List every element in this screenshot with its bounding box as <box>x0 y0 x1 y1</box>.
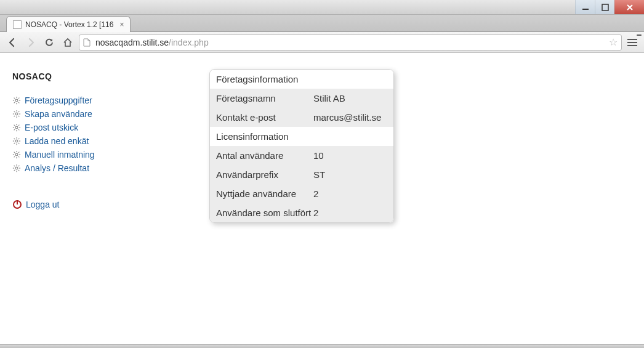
info-value: 2 <box>313 188 387 199</box>
close-icon <box>626 4 634 11</box>
info-row: AnvändarprefixST <box>210 165 393 184</box>
panel-section-header: Företagsinformation <box>210 70 393 89</box>
svg-line-25 <box>14 125 15 126</box>
svg-line-17 <box>18 116 20 117</box>
svg-line-55 <box>14 170 15 171</box>
svg-point-38 <box>15 153 18 156</box>
svg-point-2 <box>15 99 18 102</box>
info-label: Användare som slutfört <box>216 208 313 218</box>
svg-line-26 <box>18 129 20 131</box>
info-label: Företagsnamn <box>216 93 313 103</box>
svg-line-37 <box>14 143 15 144</box>
svg-line-28 <box>14 129 15 131</box>
svg-line-19 <box>14 116 15 117</box>
info-value: 2 <box>313 208 387 218</box>
sidebar: NOSACQ FöretagsuppgifterSkapa användareE… <box>12 71 209 223</box>
info-value: Stilit AB <box>313 93 387 103</box>
window-minimize-button[interactable] <box>575 0 595 14</box>
info-row: Användare som slutfört2 <box>210 203 393 222</box>
window-bottom-border <box>0 344 644 348</box>
section-title: Licensinformation <box>216 131 387 142</box>
sidebar-item: Analys / Resultat <box>12 161 209 175</box>
svg-rect-1 <box>602 4 608 10</box>
info-value: ST <box>313 169 387 180</box>
svg-line-27 <box>18 125 20 126</box>
svg-line-54 <box>18 166 20 167</box>
sidebar-item: Företagsuppgifter <box>12 94 209 107</box>
info-panel: Företagsinformation FöretagsnamnStilit A… <box>209 69 394 223</box>
reload-button[interactable] <box>42 35 57 50</box>
tab-close-button[interactable]: × <box>119 20 124 29</box>
hamburger-icon <box>627 39 637 40</box>
svg-rect-0 <box>582 9 589 10</box>
arrow-left-icon <box>7 37 18 48</box>
sidebar-link[interactable]: Företagsuppgifter <box>25 95 92 105</box>
notification-badge-icon <box>637 34 642 36</box>
info-row: Kontakt e-postmarcus@stilit.se <box>210 108 393 127</box>
page-icon <box>83 38 92 47</box>
logout-link[interactable]: Logga ut <box>26 200 60 209</box>
sidebar-link[interactable]: Ladda ned enkät <box>25 136 89 146</box>
svg-line-44 <box>18 156 20 158</box>
info-row: FöretagsnamnStilit AB <box>210 89 393 108</box>
logout-section: Logga ut <box>12 200 209 209</box>
svg-line-9 <box>18 98 20 99</box>
minimize-icon <box>582 4 589 11</box>
svg-line-35 <box>18 143 20 144</box>
browser-menu-button[interactable] <box>626 36 639 49</box>
gear-icon <box>12 137 21 145</box>
svg-line-45 <box>18 152 20 153</box>
window-maximize-button[interactable] <box>595 0 614 14</box>
svg-line-7 <box>14 98 15 99</box>
page-content: NOSACQ FöretagsuppgifterSkapa användareE… <box>0 53 644 235</box>
sidebar-link[interactable]: Analys / Resultat <box>25 163 89 173</box>
svg-line-16 <box>14 111 15 113</box>
svg-point-20 <box>15 126 18 129</box>
svg-line-43 <box>14 152 15 153</box>
info-label: Användarprefix <box>216 169 313 180</box>
gear-icon <box>12 96 21 105</box>
svg-line-8 <box>18 102 20 103</box>
info-label: Kontakt e-post <box>216 112 313 123</box>
url-host: nosacqadm.stilit.se <box>95 38 169 47</box>
info-row: Antal användare10 <box>210 146 393 165</box>
power-icon <box>12 200 22 209</box>
browser-tab[interactable]: NOSACQ - Vortex 1.2 [116 × <box>6 16 131 32</box>
svg-line-46 <box>14 156 15 158</box>
page-favicon-icon <box>13 20 22 29</box>
svg-line-18 <box>18 111 20 113</box>
back-button[interactable] <box>5 35 20 50</box>
app-title: NOSACQ <box>12 71 209 81</box>
arrow-right-icon <box>25 37 36 48</box>
bookmark-star-button[interactable]: ☆ <box>609 36 618 48</box>
info-value: marcus@stilit.se <box>313 112 387 123</box>
sidebar-link[interactable]: E-post utskick <box>25 123 78 132</box>
maximize-icon <box>602 4 609 11</box>
svg-line-10 <box>14 102 15 103</box>
reload-icon <box>44 38 54 47</box>
url-path: /index.php <box>169 38 209 47</box>
svg-point-29 <box>15 140 18 142</box>
svg-point-47 <box>15 167 18 169</box>
forward-button[interactable] <box>23 35 38 50</box>
sidebar-link[interactable]: Manuell inmatning <box>25 150 95 160</box>
gear-icon <box>12 164 21 172</box>
info-value: 10 <box>313 150 387 161</box>
sidebar-nav: FöretagsuppgifterSkapa användareE-post u… <box>12 94 209 175</box>
svg-line-53 <box>18 170 20 171</box>
sidebar-item: Skapa användare <box>12 107 209 121</box>
panel-section-header: Licensinformation <box>210 127 393 146</box>
info-row: Nyttjade användare2 <box>210 184 393 203</box>
svg-line-36 <box>18 139 20 140</box>
svg-line-52 <box>14 166 15 167</box>
sidebar-link[interactable]: Skapa användare <box>25 109 92 119</box>
gear-icon <box>12 123 21 132</box>
window-titlebar <box>0 0 644 15</box>
address-bar[interactable]: nosacqadm.stilit.se/index.php ☆ <box>79 34 622 51</box>
section-title: Företagsinformation <box>216 74 387 84</box>
window-close-button[interactable] <box>614 0 644 14</box>
browser-toolbar: nosacqadm.stilit.se/index.php ☆ <box>0 32 644 53</box>
tab-title: NOSACQ - Vortex 1.2 [116 <box>25 20 113 29</box>
home-button[interactable] <box>60 35 75 50</box>
browser-tab-strip: NOSACQ - Vortex 1.2 [116 × <box>0 15 644 32</box>
